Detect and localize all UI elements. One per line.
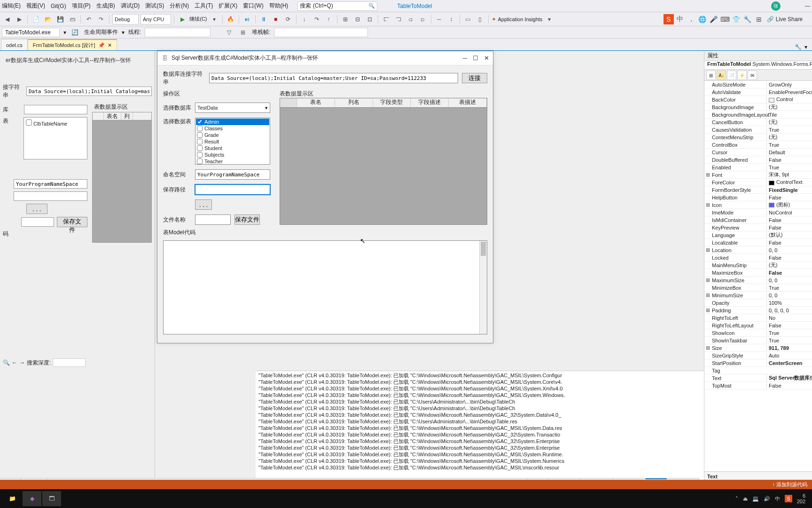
property-row[interactable]: RightToLeftNo [704,314,812,322]
restart-icon[interactable]: ⟳ [283,14,293,24]
open-icon[interactable]: 📂 [43,14,53,24]
property-row[interactable]: ⊞Size911, 789 [704,344,812,352]
tray-network-icon[interactable]: 💻 [752,496,759,502]
step-out-icon[interactable]: ↑ [324,14,334,24]
property-row[interactable]: CursorDefault [704,149,812,156]
order1-icon[interactable]: ▭ [463,14,473,24]
step-over-icon[interactable]: ↷ [312,14,322,24]
spacing2-icon[interactable]: ↕ [446,14,457,24]
tray-up-icon[interactable]: ˄ [735,496,738,502]
property-row[interactable]: LockedFalse [704,254,812,262]
lifecycle-icon[interactable]: 🔄 [70,27,80,38]
filename-input[interactable] [195,214,231,225]
property-row[interactable]: ⊞Location0, 0 [704,246,812,254]
order2-icon[interactable]: ▯ [475,14,485,24]
pin-icon[interactable]: 📌 [98,42,105,48]
menu-test[interactable]: 测试(S) [145,2,164,10]
ime-globe-icon[interactable]: 🌐 [697,14,708,24]
maximize-icon[interactable]: ☐ [473,55,478,62]
ime-punc-icon[interactable]: ， [686,14,696,24]
forward-icon[interactable]: ▶ [14,14,24,24]
messages-icon[interactable]: ✉ [748,71,757,80]
menu-edit[interactable]: 编辑(E) [2,2,21,10]
ime-mic-icon[interactable]: 🎤 [709,14,719,24]
tray-ime[interactable]: 中 [775,495,780,502]
dropdown-icon[interactable]: ▾ [122,29,125,36]
conn-input[interactable] [209,73,458,83]
ns-input[interactable] [195,169,270,180]
browse-button[interactable]: . . . [195,199,212,210]
property-row[interactable]: ⊞Padding0, 0, 0, 0 [704,307,812,314]
property-row[interactable]: MinimizeBoxTrue [704,284,812,292]
property-row[interactable]: Language(默认) [704,231,812,239]
dropdown-icon[interactable]: ▾ [804,44,807,50]
categorized-icon[interactable]: ⊞ [706,71,716,80]
tab-modelcs[interactable]: odel.cs [1,39,28,50]
property-row[interactable]: KeyPreviewFalse [704,224,812,231]
dropdown-icon[interactable]: ▾ [544,14,554,24]
process-combo[interactable]: TableToModel.exe [2,28,60,37]
table-checklist[interactable]: Admin Classes Grade Result Student Subje… [195,118,270,165]
property-row[interactable]: HelpButtonFalse [704,194,812,201]
property-row[interactable]: LocalizableFalse [704,239,812,246]
chk-grade[interactable] [197,132,203,138]
insights-icon[interactable]: ✦ [492,16,496,23]
scrollbar[interactable] [479,241,487,334]
filter-icon[interactable]: ▽ [224,27,234,38]
menu-project[interactable]: 项目(P) [72,2,91,10]
tab-frmtabletomodel[interactable]: FrmTableToModel.cs [设计] 📌 ✕ [28,39,117,50]
stackframe-combo[interactable] [274,28,368,37]
align2-icon[interactable]: ⫎ [393,14,404,24]
menu-view[interactable]: 视图(V) [26,2,45,10]
align1-icon[interactable]: ⫍ [381,14,391,24]
data-grid[interactable]: 表名 列名 字段类型 字段描述 表描述 [280,98,487,225]
continue-button[interactable]: ▶ [177,14,187,24]
back-icon[interactable]: ← [12,359,17,366]
toolbox-icon[interactable]: 🔧 [795,44,802,50]
step-icon[interactable]: ⏯ [242,14,252,24]
new-icon[interactable]: 📄 [31,14,41,24]
layout2-icon[interactable]: ⊟ [352,14,363,24]
property-row[interactable]: Tag [704,367,812,374]
bg-browse-button[interactable]: . . . [26,204,47,214]
menu-extensions[interactable]: 扩展(X) [219,2,237,10]
property-row[interactable]: AutoValidateEnablePreventFocus [704,88,812,96]
alphabetical-icon[interactable]: A↓ [717,71,726,80]
menu-build[interactable]: 生成(B) [96,2,115,10]
save-icon[interactable]: 💾 [55,14,65,24]
menu-analyze[interactable]: 分析(N) [170,2,189,10]
property-row[interactable]: ControlBoxTrue [704,141,812,149]
chk-admin[interactable] [197,119,203,125]
menu-debug[interactable]: 调试(D) [121,2,140,10]
close-icon[interactable]: ✕ [108,42,112,48]
property-row[interactable]: ImeModeNoControl [704,209,812,216]
search-input[interactable]: 搜索 (Ctrl+Q) 🔍 [297,1,377,11]
stop-icon[interactable]: ■ [271,14,281,24]
bg-ns-input[interactable] [14,179,87,189]
path-input[interactable] [195,184,270,195]
property-row[interactable]: IsMdiContainerFalse [704,216,812,224]
properties-object[interactable]: FrmTableToModel System.Windows.Forms.For [704,61,812,70]
menu-tools[interactable]: 工具(T) [195,2,213,10]
undo-icon[interactable]: ↶ [84,14,94,24]
props-icon[interactable]: 📄 [727,71,736,80]
property-row[interactable]: CancelButton(无) [704,119,812,126]
bg-table-list[interactable]: ClbTableName [23,117,87,159]
add-to-source[interactable]: ↑ 添加到源代码 [772,481,807,488]
layout1-icon[interactable]: ⊞ [340,14,351,24]
step-into-icon[interactable]: ↓ [299,14,310,24]
ime-skin-icon[interactable]: 👕 [731,14,742,24]
file-explorer-icon[interactable]: 📁 [3,491,22,506]
property-row[interactable]: Opacity100% [704,299,812,307]
bg-db-combo[interactable] [24,105,87,114]
thread-combo[interactable] [145,28,211,37]
avatar[interactable]: 张 [771,1,781,11]
properties-grid[interactable]: AutoSizeModeGrowOnlyAutoValidateEnablePr… [704,81,812,471]
chk-student[interactable] [197,145,203,151]
menu-help[interactable]: 帮助(H) [269,2,289,10]
code-textbox[interactable] [163,240,487,334]
output-text[interactable]: "TableToModel.exe" (CLR v4.0.30319: Tabl… [256,371,704,472]
chk-result[interactable] [197,139,203,144]
back-icon[interactable]: ◀ [2,14,12,24]
pause-icon[interactable]: ⏸ [258,14,269,24]
